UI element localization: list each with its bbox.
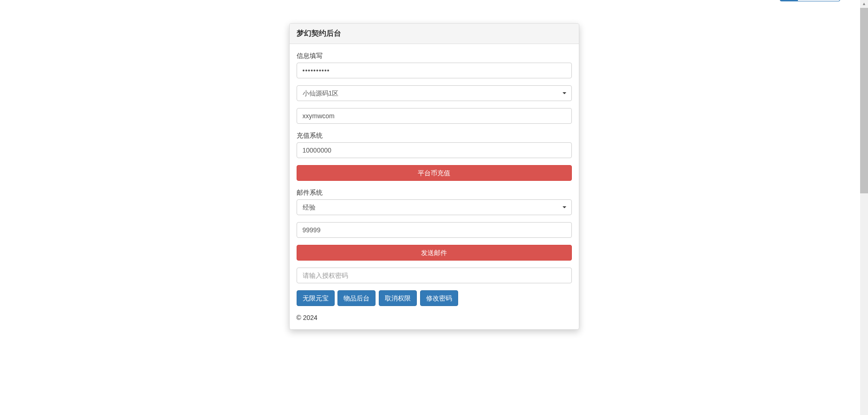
send-mail-button[interactable]: 发送邮件: [297, 245, 572, 261]
item-backend-button[interactable]: 物品后台: [337, 290, 376, 306]
server-select[interactable]: 小仙源码1区: [297, 85, 572, 101]
panel-body: 信息填写 小仙源码1区 充值系统 平台币充值 邮件系统: [290, 44, 579, 329]
scrollbar-track[interactable]: ▲: [860, 0, 868, 339]
action-button-row: 无限元宝 物品后台 取消权限 修改密码: [297, 290, 572, 306]
recharge-group: 充值系统: [297, 131, 572, 158]
recharge-label: 充值系统: [297, 131, 323, 140]
scrollbar-up-arrow[interactable]: ▲: [860, 0, 868, 8]
auth-group: [297, 268, 572, 283]
panel-title: 梦幻契约后台: [290, 24, 579, 44]
top-button-fragment: [780, 0, 840, 1]
footer-copyright: © 2024: [297, 313, 572, 322]
mail-label: 邮件系统: [297, 188, 323, 197]
mail-item-select-wrapper: 经验: [297, 199, 572, 215]
mail-group: 邮件系统 经验: [297, 188, 572, 215]
change-password-button[interactable]: 修改密码: [420, 290, 458, 306]
recharge-button[interactable]: 平台币充值: [297, 165, 572, 181]
auth-password-input[interactable]: [297, 268, 572, 283]
username-group: [297, 108, 572, 124]
info-label: 信息填写: [297, 51, 323, 60]
cancel-auth-button[interactable]: 取消权限: [379, 290, 417, 306]
mail-item-select[interactable]: 经验: [297, 199, 572, 215]
mail-quantity-input[interactable]: [297, 222, 572, 238]
recharge-amount-input[interactable]: [297, 142, 572, 158]
server-select-group: 小仙源码1区: [297, 85, 572, 101]
scrollbar-thumb[interactable]: [860, 8, 868, 193]
admin-panel: 梦幻契约后台 信息填写 小仙源码1区 充值系统 平台币充值: [289, 23, 579, 330]
unlimited-gold-button[interactable]: 无限元宝: [297, 290, 335, 306]
password-input[interactable]: [297, 63, 572, 78]
info-group: 信息填写: [297, 51, 572, 78]
mail-quantity-group: [297, 222, 572, 238]
username-input[interactable]: [297, 108, 572, 124]
main-container: 梦幻契约后台 信息填写 小仙源码1区 充值系统 平台币充值: [289, 23, 579, 330]
recharge-button-group: 平台币充值: [297, 165, 572, 181]
mail-button-group: 发送邮件: [297, 245, 572, 261]
